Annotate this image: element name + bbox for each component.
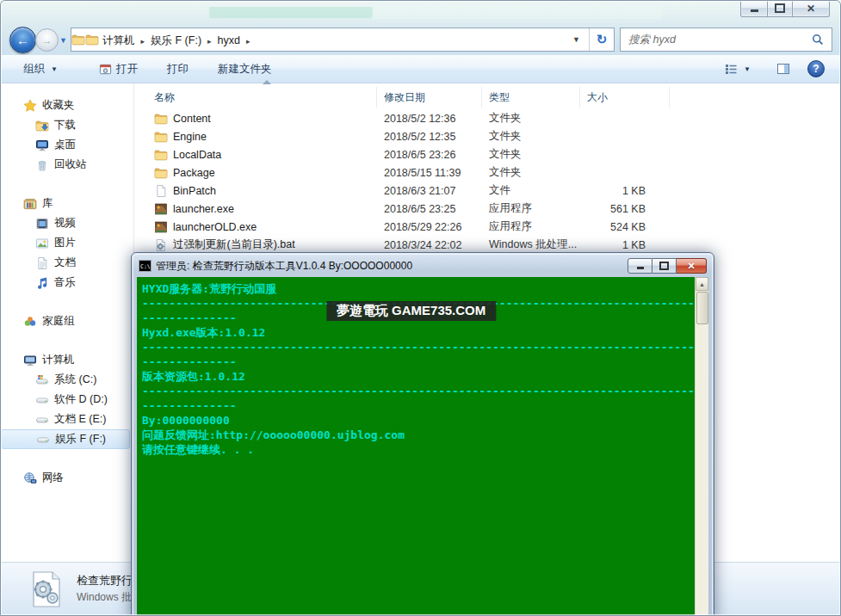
scrollbar-thumb[interactable] (696, 292, 708, 324)
file-type: Windows 批处理... (482, 237, 580, 252)
close-button[interactable]: ✕ (793, 0, 830, 17)
question-mark-icon: ? (813, 63, 819, 75)
breadcrumb-arrow-icon[interactable]: ▸ (139, 37, 148, 46)
star-icon (23, 99, 37, 113)
sidebar-group-0[interactable]: 收藏夹 (1, 95, 133, 115)
sidebar-item[interactable]: 视频 (1, 213, 133, 233)
sidebar-item[interactable]: 系统 (C:) (1, 370, 133, 390)
file-name: Engine (173, 131, 207, 143)
search-placeholder: 搜索 hyxd (621, 33, 811, 47)
file-row[interactable]: Content2018/5/2 12:36文件夹 (135, 109, 840, 127)
sidebar-item[interactable]: 图片 (1, 233, 133, 253)
console-window[interactable]: C:\ 管理员: 检查荒野行动版本工具V1.0.4 By:OOOOO00000 … (131, 252, 714, 616)
console-rule: -------------- (142, 354, 696, 369)
sidebar-group-1[interactable]: 库 (1, 194, 133, 213)
file-type: 应用程序 (482, 219, 580, 234)
file-size: 1 KB (580, 239, 670, 251)
console-rule: ----------------------------------------… (142, 384, 696, 398)
forward-button[interactable]: → (35, 28, 59, 52)
help-button[interactable]: ? (807, 60, 825, 77)
chevron-down-icon: ▼ (744, 65, 751, 73)
console-titlebar[interactable]: C:\ 管理员: 检查荒野行动版本工具V1.0.4 By:OOOOO00000 … (133, 255, 712, 275)
file-row[interactable]: Engine2018/5/2 12:35文件夹 (135, 127, 840, 145)
back-arrow-icon: ← (16, 33, 29, 47)
file-row[interactable]: LocalData2018/6/5 23:26文件夹 (135, 145, 840, 163)
file-name: BinPatch (173, 185, 216, 197)
search-box[interactable]: 搜索 hyxd (620, 28, 832, 52)
file-name-cell: BinPatch (135, 184, 377, 198)
sidebar-group-4[interactable]: 网络 (1, 468, 133, 488)
back-button[interactable]: ← (9, 27, 36, 53)
console-minimize-button[interactable] (628, 258, 652, 274)
sidebar-item-label: 下载 (54, 118, 76, 132)
sidebar-item[interactable]: 下载 (1, 115, 133, 135)
refresh-button[interactable]: ↻ (589, 28, 614, 51)
sidebar-item[interactable]: 软件 D (D:) (1, 390, 133, 410)
file-row[interactable]: BinPatch2018/6/3 21:07文件1 KB (135, 182, 840, 200)
music-icon (35, 276, 49, 290)
file-icon (154, 184, 168, 198)
file-row[interactable]: 过强制更新(当前目录).bat2018/3/24 22:02Windows 批处… (135, 236, 840, 254)
sidebar-group-label: 收藏夹 (42, 98, 75, 113)
sidebar-group: 计算机系统 (C:)软件 D (D:)文档 E (E:)娱乐 F (F:) (1, 350, 133, 449)
breadcrumb-item[interactable]: hyxd (214, 34, 244, 46)
address-bar[interactable]: 计算机▸娱乐 F (F:)▸hyxd▸ ▼ ↻ (71, 28, 615, 52)
folder-icon (154, 148, 168, 162)
column-header-3[interactable]: 大小 (580, 87, 670, 108)
recent-pages-chevron-icon[interactable]: ▼ (59, 36, 67, 45)
print-button[interactable]: 打印 (158, 57, 197, 82)
file-date: 2018/5/15 11:39 (377, 167, 482, 179)
console-scrollbar[interactable]: ▲ (695, 277, 708, 616)
preview-pane-button[interactable] (768, 57, 799, 81)
console-maximize-button[interactable] (652, 258, 677, 274)
minimize-button[interactable] (740, 0, 768, 17)
file-row[interactable]: Package2018/5/15 11:39文件夹 (135, 163, 840, 182)
breadcrumb-item[interactable]: 娱乐 F (F:) (147, 34, 205, 46)
file-row[interactable]: launcherOLD.exe2018/5/29 22:26应用程序524 KB (135, 218, 840, 236)
column-header-1[interactable]: 修改日期 (377, 87, 482, 108)
sort-ascending-icon (263, 80, 271, 84)
file-row[interactable]: launcher.exe2018/6/5 23:25应用程序561 KB (135, 200, 840, 218)
drive-icon (36, 433, 50, 447)
change-view-button[interactable]: ▼ (715, 57, 759, 81)
sidebar-item[interactable]: 音乐 (1, 273, 133, 293)
sidebar-item[interactable]: 文档 E (E:) (1, 410, 133, 429)
explorer-window: ✕ ← → ▼ 计算机▸娱乐 F (F:)▸hyxd▸ ▼ ↻ 搜索 hyxd … (0, 0, 841, 616)
console-body: 夢遊電玩 GAME735.COM HYXD服务器:荒野行动国服---------… (137, 277, 708, 616)
sidebar-item-label: 图片 (54, 236, 76, 250)
sidebar-group-2[interactable]: 家庭组 (1, 311, 133, 331)
sidebar-group: 网络 (1, 468, 133, 488)
address-dropdown-icon[interactable]: ▼ (564, 35, 589, 44)
preview-pane-icon (776, 62, 790, 76)
file-date: 2018/5/2 12:36 (377, 113, 482, 125)
console-rule: ----------------------------------------… (142, 340, 696, 354)
breadcrumb-item[interactable]: 计算机 (99, 34, 139, 46)
console-close-button[interactable]: ✕ (677, 258, 707, 274)
file-name: launcher.exe (173, 203, 234, 215)
breadcrumb-arrow-icon[interactable]: ▸ (244, 37, 253, 46)
sidebar-group-3[interactable]: 计算机 (1, 350, 133, 370)
sidebar-item[interactable]: 文档 (1, 253, 133, 273)
navigation-pane: 收藏夹下载桌面回收站库视频图片文档音乐家庭组计算机系统 (C:)软件 D (D:… (1, 83, 134, 562)
console-line: By:0000000000 (142, 413, 696, 428)
breadcrumb-arrow-icon[interactable]: ▸ (205, 37, 214, 46)
organize-label: 组织 (23, 62, 45, 77)
new-folder-button[interactable]: 新建文件夹 (209, 57, 281, 82)
sidebar-group: 库视频图片文档音乐 (1, 194, 133, 293)
column-headers: 名称修改日期类型大小 (135, 87, 840, 108)
open-button[interactable]: 打开 (90, 57, 146, 82)
folder-icon (154, 112, 168, 126)
sidebar-item[interactable]: 桌面 (1, 135, 133, 155)
address-folder-icon (85, 33, 99, 46)
maximize-button[interactable] (768, 0, 793, 17)
selected-file-type: Windows 批 (77, 590, 132, 605)
sidebar-item[interactable]: 娱乐 F (F:) (1, 429, 130, 449)
app-icon (154, 220, 168, 234)
scroll-up-icon[interactable]: ▲ (696, 277, 708, 291)
organize-button[interactable]: 组织 ▼ (15, 57, 66, 82)
column-header-2[interactable]: 类型 (482, 87, 580, 108)
breadcrumb: 计算机▸娱乐 F (F:)▸hyxd▸ (99, 32, 253, 48)
column-header-0[interactable]: 名称 (135, 87, 377, 108)
file-list: Content2018/5/2 12:36文件夹Engine2018/5/2 1… (135, 109, 840, 254)
sidebar-item[interactable]: 回收站 (1, 155, 133, 175)
